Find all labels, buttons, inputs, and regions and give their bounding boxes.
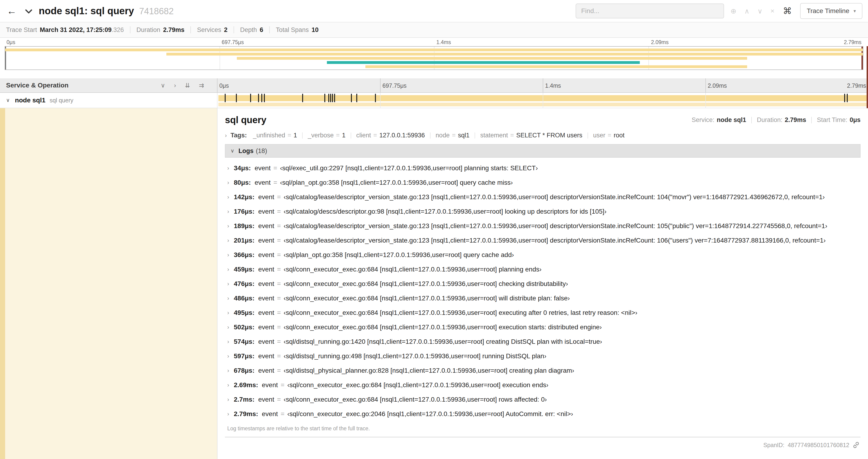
- trace-collapse-toggle[interactable]: [25, 9, 32, 13]
- log-row[interactable]: ›597μs:event=‹sql/distsql_running.go:498…: [227, 349, 861, 363]
- log-key: event: [258, 237, 274, 244]
- view-options-button[interactable]: Trace Timeline ▾: [800, 3, 862, 19]
- log-row[interactable]: ›2.69ms:event=‹sql/conn_executor_exec.go…: [227, 378, 861, 392]
- tag-key: user: [593, 132, 606, 139]
- log-row[interactable]: ›2.7ms:event=‹sql/conn_executor_exec.go:…: [227, 392, 861, 407]
- log-row[interactable]: ›574μs:event=‹sql/distsql_running.go:142…: [227, 334, 861, 349]
- minimap-time-axis: 0μs697.75μs1.4ms2.09ms2.79ms: [5, 39, 863, 46]
- log-value: ‹sql/catalog/descs/descriptor.go:98 [nsq…: [284, 208, 607, 215]
- tick-label: 0μs: [6, 39, 16, 45]
- log-row[interactable]: ›459μs:event=‹sql/conn_executor_exec.go:…: [227, 262, 861, 276]
- timeline-ruler[interactable]: 0μs697.75μs1.4ms2.09ms2.79ms: [217, 78, 868, 92]
- detail-field-label: Service:: [691, 117, 714, 124]
- minimap-span-bar: [166, 53, 863, 56]
- chevron-right-icon: ›: [227, 367, 229, 374]
- collapse-one-icon[interactable]: ∨: [161, 82, 165, 89]
- tags-list: _unfinished=1_verbose=1client=127.0.0.1:…: [253, 132, 624, 139]
- log-key: event: [258, 324, 274, 331]
- summary-item-label: Total Spans: [276, 26, 309, 34]
- back-button[interactable]: ←: [4, 3, 20, 19]
- log-row[interactable]: ›34μs:event=‹sql/exec_util.go:2297 [nsql…: [227, 161, 861, 175]
- gridline: [705, 93, 706, 108]
- log-row[interactable]: ›495μs:event=‹sql/conn_executor_exec.go:…: [227, 305, 861, 320]
- equals-sign: =: [277, 396, 281, 403]
- log-marker: [844, 94, 845, 102]
- tick-label: 1.4ms: [436, 39, 451, 45]
- log-timestamp: 2.69ms:: [234, 381, 258, 389]
- summary-item-suffix: .326: [112, 26, 124, 34]
- tags-accordion[interactable]: › Tags: _unfinished=1_verbose=1client=12…: [225, 130, 861, 143]
- tick-label: 697.75μs: [222, 39, 244, 45]
- log-row[interactable]: ›678μs:event=‹sql/distsql_physical_plann…: [227, 363, 861, 378]
- timeline-header: Service & Operation ∨ › ⇊ ⇉ 0μs697.75μs1…: [0, 78, 868, 93]
- log-row[interactable]: ›189μs:event=‹sql/catalog/lease/descript…: [227, 219, 861, 233]
- minimap-span-bar: [365, 65, 747, 68]
- equals-sign: =: [287, 132, 291, 139]
- log-row[interactable]: ›476μs:event=‹sql/conn_executor_exec.go:…: [227, 276, 861, 291]
- keyboard-shortcuts-icon[interactable]: ⌘: [782, 6, 793, 16]
- log-row[interactable]: ›142μs:event=‹sql/catalog/lease/descript…: [227, 190, 861, 204]
- tag-key: _unfinished: [253, 132, 285, 139]
- log-marker: [375, 94, 376, 102]
- log-key: event: [258, 280, 274, 288]
- log-value: ‹sql/conn_executor_exec.go:684 [nsql1,cl…: [284, 280, 568, 288]
- log-value: ‹sql/catalog/lease/descriptor_version_st…: [284, 222, 828, 230]
- log-row[interactable]: ›486μs:event=‹sql/conn_executor_exec.go:…: [227, 291, 861, 305]
- log-value: ‹sql/exec_util.go:2297 [nsql1,client=127…: [280, 164, 538, 172]
- log-row[interactable]: ›176μs:event=‹sql/catalog/descs/descript…: [227, 204, 861, 219]
- equals-sign: =: [277, 280, 281, 288]
- logs-footnote: Log timestamps are relative to the start…: [225, 422, 861, 437]
- logs-header[interactable]: ∨ Logs (18): [225, 144, 861, 158]
- minimap-canvas[interactable]: [5, 46, 863, 70]
- log-key: event: [258, 208, 274, 215]
- expand-one-icon[interactable]: ›: [174, 82, 176, 89]
- expand-all-icon[interactable]: ⇉: [199, 82, 204, 89]
- detail-field-value: 2.79ms: [785, 117, 806, 124]
- tag-value: 1: [342, 132, 346, 139]
- span-detail-row: sql query Service:node sql1Duration:2.79…: [0, 108, 868, 459]
- log-row[interactable]: ›2.79ms:event=‹sql/conn_executor_exec.go…: [227, 407, 861, 421]
- equals-sign: =: [277, 208, 281, 215]
- log-row[interactable]: ›201μs:event=‹sql/catalog/lease/descript…: [227, 233, 861, 248]
- log-timestamp: 2.7ms:: [234, 396, 254, 403]
- chevron-down-icon: ▾: [854, 8, 856, 14]
- span-row-name-column[interactable]: ∨ node sql1 sql query: [0, 93, 217, 108]
- log-timestamp: 189μs:: [234, 222, 254, 230]
- span-bar-area[interactable]: [217, 93, 868, 108]
- copy-link-icon[interactable]: [852, 441, 860, 449]
- search-next-icon[interactable]: ∨: [757, 7, 763, 15]
- detail-field-value: node sql1: [717, 117, 746, 124]
- log-timestamp: 574μs:: [234, 338, 254, 346]
- chevron-down-icon[interactable]: ∨: [6, 97, 10, 103]
- minimap-span-bar: [5, 48, 863, 51]
- search-prev-icon[interactable]: ∧: [744, 7, 749, 15]
- divider: [811, 117, 812, 123]
- search-count-icon[interactable]: ⊕: [731, 7, 736, 15]
- log-marker: [330, 94, 331, 102]
- tag-value: sql1: [458, 132, 470, 139]
- log-timestamp: 80μs:: [234, 179, 251, 186]
- logs-accordion: ∨ Logs (18) ›34μs:event=‹sql/exec_util.g…: [225, 144, 861, 437]
- chevron-down-icon: [25, 9, 32, 13]
- summary-item: Duration2.79ms: [136, 26, 185, 34]
- chevron-right-icon: ›: [225, 132, 227, 139]
- log-row[interactable]: ›502μs:event=‹sql/conn_executor_exec.go:…: [227, 320, 861, 334]
- log-marker: [250, 94, 251, 102]
- view-range-end-marker: [867, 46, 868, 108]
- collapse-all-icon[interactable]: ⇊: [185, 82, 190, 89]
- log-row[interactable]: ›80μs:event=‹sql/plan_opt.go:358 [nsql1,…: [227, 175, 861, 190]
- tag-key: statement: [480, 132, 508, 139]
- search-clear-icon[interactable]: ×: [771, 7, 775, 15]
- log-key: event: [258, 309, 274, 317]
- tick-label: 2.79ms: [844, 39, 862, 45]
- tag-value: 1: [293, 132, 297, 139]
- log-value: ‹sql/plan_opt.go:358 [nsql1,client=127.0…: [280, 179, 513, 186]
- find-input[interactable]: [576, 3, 724, 19]
- log-key: event: [258, 338, 274, 346]
- trace-summary-bar: Trace StartMarch 31 2022, 17:25:09.326Du…: [0, 22, 868, 38]
- logs-count: (18): [256, 147, 267, 155]
- gridline: [543, 93, 543, 108]
- chevron-right-icon: ›: [227, 295, 229, 302]
- log-value: ‹sql/plan_opt.go:358 [nsql1,client=127.0…: [284, 251, 514, 259]
- log-row[interactable]: ›366μs:event=‹sql/plan_opt.go:358 [nsql1…: [227, 248, 861, 262]
